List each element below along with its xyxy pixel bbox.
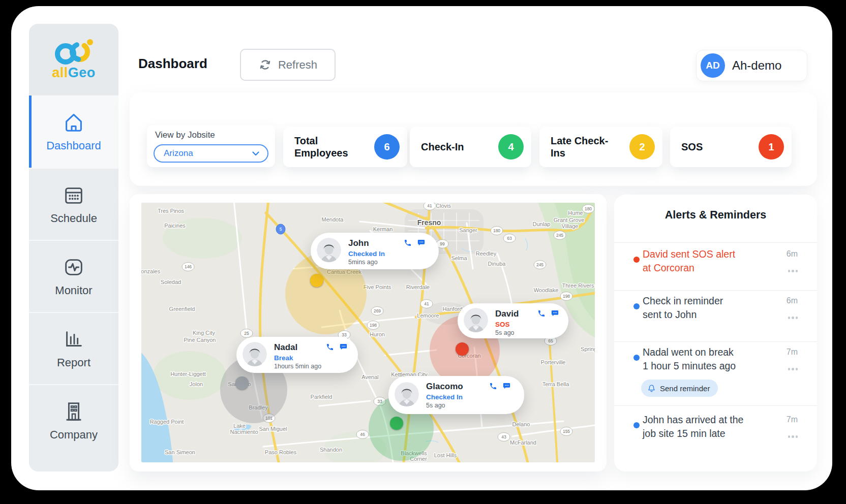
map-marker-john[interactable]	[310, 274, 323, 287]
more-icon[interactable]	[788, 314, 798, 321]
map-place-label: Grant Grove	[554, 217, 585, 223]
employee-status: Checked In	[348, 250, 385, 258]
stat-badge: 6	[374, 134, 400, 160]
more-icon[interactable]	[788, 366, 798, 372]
chat-icon[interactable]	[551, 309, 559, 318]
divider	[614, 242, 817, 243]
map-place-label: Three Rivers	[562, 282, 594, 289]
more-icon[interactable]	[788, 268, 798, 274]
map-place-label: Huron	[370, 331, 385, 337]
allgeo-logo-text: allGeo	[52, 65, 96, 81]
employee-status: Checked In	[426, 393, 463, 401]
route-shield: 46	[356, 430, 369, 439]
chevron-down-icon	[252, 151, 259, 156]
chat-icon[interactable]	[502, 382, 511, 390]
svg-text:41: 41	[427, 203, 432, 208]
route-shield: 245	[554, 231, 566, 240]
jobsite-select[interactable]: Arizona	[154, 144, 268, 163]
chat-icon[interactable]	[417, 239, 426, 247]
employee-name: David	[495, 309, 519, 319]
refresh-button[interactable]: Refresh	[240, 49, 336, 81]
employee-card-john[interactable]: John Checked In 5mins ago	[311, 233, 439, 269]
map[interactable]: 4118018063245245991454126919819814625333…	[141, 203, 595, 462]
bar-chart-icon	[62, 328, 85, 351]
refresh-label: Refresh	[278, 58, 317, 72]
map-marker-glacomo[interactable]	[390, 417, 403, 430]
employee-name: Nadal	[274, 342, 297, 353]
map-marker-david[interactable]	[456, 342, 469, 356]
chat-icon[interactable]	[339, 343, 348, 351]
phone-icon[interactable]	[489, 382, 497, 390]
user-menu[interactable]: AD Ah-demo	[696, 50, 807, 81]
map-place-label: Sanger	[459, 227, 477, 233]
divider	[614, 341, 817, 342]
map-marker-nadal[interactable]	[235, 376, 249, 390]
route-shield: 155	[560, 427, 572, 436]
svg-text:245: 245	[536, 262, 543, 267]
svg-text:180: 180	[493, 228, 500, 233]
phone-icon[interactable]	[326, 343, 334, 351]
sidebar-item-label: Monitor	[55, 284, 92, 297]
phone-icon[interactable]	[404, 239, 412, 247]
divider	[614, 405, 817, 406]
employee-card-glacomo[interactable]: Glacomo Checked In 5s ago	[388, 376, 524, 414]
stat-label: SOS	[681, 141, 703, 153]
sidebar-item-label: Dashboard	[46, 139, 101, 152]
svg-text:180: 180	[585, 206, 592, 211]
sidebar-item-label: Schedule	[50, 212, 97, 225]
user-name: Ah-demo	[732, 58, 781, 73]
map-place-label: Greenfield	[169, 306, 195, 312]
stat-sos[interactable]: SOS 1	[670, 127, 792, 167]
stat-check-in[interactable]: Check-In 4	[410, 127, 531, 167]
map-place-label: McFarland	[510, 439, 536, 446]
employee-time: 5s ago	[495, 329, 515, 336]
alert-dot	[633, 257, 640, 263]
allgeo-logo: allGeo	[50, 39, 97, 81]
app-window: allGeo Dashboard Schedule	[11, 6, 832, 490]
stat-total-employees[interactable]: Total Employees 6	[283, 127, 407, 167]
svg-text:43: 43	[501, 434, 506, 439]
alert-text: Nadal went on break	[643, 345, 734, 359]
sidebar-item-schedule[interactable]: Schedule	[29, 168, 118, 240]
route-shield: 41	[420, 300, 433, 308]
more-icon[interactable]	[788, 433, 798, 440]
employee-card-nadal[interactable]: Nadal Break 1hours 5min ago	[236, 337, 358, 373]
sidebar-item-monitor[interactable]: Monitor	[29, 240, 118, 312]
alert-text: sent to John	[643, 308, 697, 322]
alert-time: 7m	[787, 348, 798, 357]
send-reminder-button[interactable]: Send reminder	[641, 380, 718, 397]
svg-text:198: 198	[563, 294, 570, 299]
avatar	[464, 308, 488, 334]
map-place-label: Woodlake	[534, 287, 559, 293]
map-place-label: Village	[562, 223, 579, 229]
activity-icon	[62, 256, 85, 279]
svg-text:146: 146	[185, 264, 192, 269]
stat-late-check-ins[interactable]: Late Check-Ins 2	[539, 127, 662, 167]
sidebar-item-dashboard[interactable]: Dashboard	[29, 96, 118, 168]
sidebar-item-report[interactable]: Report	[29, 312, 118, 384]
map-place-label: Fresno	[417, 218, 441, 227]
route-shield: 198	[367, 321, 379, 330]
employee-card-david[interactable]: David SOS 5s ago	[458, 303, 568, 338]
map-place-label: Paso Robles	[265, 449, 297, 455]
home-icon	[62, 111, 85, 134]
jobsite-filter-label: View by Jobsite	[155, 130, 268, 140]
employee-name: Glacomo	[426, 382, 463, 392]
stat-label: Late Check-Ins	[551, 135, 617, 159]
employee-status: Break	[274, 354, 293, 362]
employee-time: 5s ago	[426, 402, 445, 409]
map-place-label: Delano	[512, 421, 530, 427]
employee-status: SOS	[495, 321, 510, 328]
map-place-label: Lost Hills	[434, 452, 457, 458]
route-shield: 25	[240, 329, 253, 338]
phone-icon[interactable]	[537, 309, 546, 318]
alert-text: David sent SOS alert	[643, 247, 735, 261]
svg-text:99: 99	[440, 241, 445, 246]
map-place-label: San Simeon	[165, 449, 195, 455]
sidebar-item-company[interactable]: Company	[29, 384, 118, 456]
svg-text:198: 198	[370, 323, 377, 328]
route-shield: 180	[491, 227, 503, 235]
route-shield: 269	[371, 307, 383, 316]
map-place-label: Reedley	[476, 250, 497, 257]
jobsite-selected-value: Arizona	[164, 148, 193, 159]
